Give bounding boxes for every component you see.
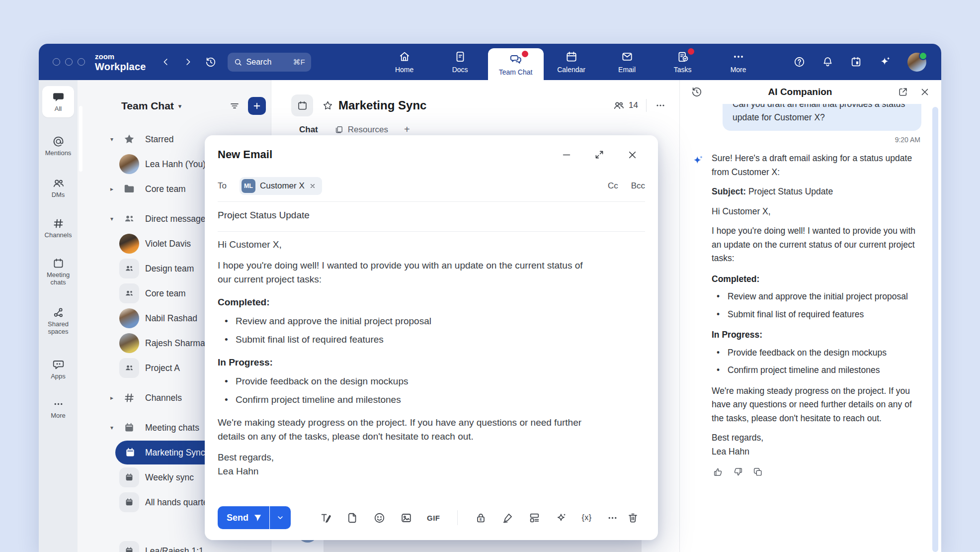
send-button[interactable]: Send: [218, 506, 269, 529]
copy-icon[interactable]: [752, 466, 763, 477]
channel-more-icon[interactable]: [654, 99, 666, 111]
traffic-light[interactable]: [65, 58, 73, 66]
caret-down-icon[interactable]: ▾: [110, 424, 119, 431]
calendar-icon: [565, 50, 578, 63]
caret-right-icon[interactable]: ▸: [110, 394, 119, 401]
emoji-icon[interactable]: [373, 512, 386, 524]
nav-docs[interactable]: Docs: [432, 44, 488, 80]
recipient-chip[interactable]: ML Customer X: [240, 177, 322, 195]
forward-icon[interactable]: [183, 57, 193, 67]
filter-icon[interactable]: [229, 100, 240, 111]
remove-recipient-icon[interactable]: [309, 183, 316, 189]
discard-trash-icon[interactable]: [627, 512, 639, 524]
chat-list-title[interactable]: Team Chat: [121, 100, 174, 112]
ai-companion-icon[interactable]: [878, 55, 892, 69]
apps-icon: [52, 359, 65, 371]
thumbs-up-icon[interactable]: [713, 466, 724, 477]
rail-item-more[interactable]: More: [42, 398, 74, 420]
rail-item-channels[interactable]: Channels: [42, 217, 74, 239]
divider: [646, 99, 647, 112]
expand-icon[interactable]: [594, 149, 605, 160]
gif-button[interactable]: GIF: [427, 514, 440, 522]
rail-item-all[interactable]: All: [42, 86, 74, 117]
caret-down-icon[interactable]: ▾: [110, 136, 119, 143]
chat-list-scrollbar[interactable]: [79, 106, 82, 172]
send-options-chevron-icon[interactable]: [270, 506, 291, 529]
page-title: Marketing Sync: [338, 98, 426, 112]
to-field[interactable]: To ML Customer X Cc Bcc: [218, 176, 645, 196]
ai-companion-panel: AI Companion Can you draft an email that…: [679, 80, 941, 552]
nav-email[interactable]: Email: [599, 44, 655, 80]
send-button-group[interactable]: Send: [218, 506, 291, 529]
ai-sparkle-icon[interactable]: [555, 512, 568, 524]
new-chat-button[interactable]: [248, 97, 266, 115]
list-item-label: Starred: [145, 134, 173, 145]
user-avatar[interactable]: [907, 53, 926, 72]
close-icon[interactable]: [627, 149, 638, 161]
attach-file-icon[interactable]: [346, 512, 359, 524]
bcc-button[interactable]: Bcc: [631, 181, 645, 191]
history-icon[interactable]: [205, 56, 217, 68]
close-icon[interactable]: [919, 87, 930, 97]
nav-home[interactable]: Home: [377, 44, 432, 80]
nav-more[interactable]: More: [711, 44, 766, 80]
chevron-down-icon[interactable]: ▾: [178, 102, 182, 110]
notifications-bell-icon[interactable]: [821, 56, 834, 68]
text-format-icon[interactable]: [320, 512, 332, 524]
rail-item-meeting-chats[interactable]: Meeting chats: [42, 257, 74, 286]
tab-resources[interactable]: Resources: [334, 125, 388, 135]
cc-button[interactable]: Cc: [608, 181, 618, 191]
list-item-label: Core team: [145, 288, 186, 299]
template-layout-icon[interactable]: [528, 512, 541, 524]
members-icon[interactable]: [613, 99, 625, 111]
encrypt-lock-icon[interactable]: E: [475, 512, 487, 524]
nav-team-chat[interactable]: Team Chat: [488, 48, 544, 80]
email-greeting: Hi Customer X,: [218, 238, 595, 252]
nav-calendar[interactable]: Calendar: [544, 44, 599, 80]
nav-more-label: More: [731, 66, 746, 74]
rail-item-dms[interactable]: DMs: [42, 177, 74, 199]
star-outline-icon[interactable]: [322, 100, 333, 111]
rail-item-mentions[interactable]: Mentions: [42, 135, 74, 157]
insert-image-icon[interactable]: [400, 512, 412, 524]
minimize-icon[interactable]: [561, 149, 572, 160]
caret-right-icon[interactable]: ▸: [110, 185, 119, 192]
subject-field[interactable]: Project Status Update: [218, 210, 310, 221]
signature-pen-icon[interactable]: [501, 512, 514, 524]
add-tab-icon[interactable]: +: [404, 124, 410, 135]
list-item-label: Channels: [145, 393, 182, 403]
traffic-light[interactable]: [53, 58, 60, 66]
back-icon[interactable]: [161, 57, 170, 67]
today-calendar-icon[interactable]: [850, 56, 862, 68]
tab-chat[interactable]: Chat: [299, 125, 318, 135]
folder-icon: [119, 179, 139, 199]
toolbar-more-icon[interactable]: [606, 512, 619, 524]
channels-hash-icon: [52, 217, 65, 230]
nav-tasks[interactable]: Tasks: [655, 44, 711, 80]
help-icon[interactable]: [793, 56, 806, 68]
ai-conversation[interactable]: Can you draft an email that provides a s…: [680, 104, 941, 552]
rail-item-apps[interactable]: Apps: [42, 359, 74, 380]
open-in-new-icon[interactable]: [898, 87, 908, 97]
ai-completed-heading: Completed:: [712, 273, 921, 286]
ai-bullet-text: Review and approve the initial project p…: [728, 290, 908, 304]
traffic-light[interactable]: [78, 58, 85, 66]
email-body-editor[interactable]: Hi Customer X, I hope you're doing well!…: [218, 238, 595, 485]
history-icon[interactable]: [691, 86, 703, 98]
list-item-label: Weekly sync: [145, 472, 194, 483]
resources-icon: [334, 125, 344, 135]
window-controls[interactable]: [53, 58, 85, 66]
list-item-label: Design team: [145, 264, 194, 274]
caret-down-icon[interactable]: ▾: [110, 215, 119, 222]
member-count[interactable]: 14: [629, 100, 638, 110]
search-input[interactable]: Search ⌘F: [228, 53, 311, 72]
rail-item-shared-spaces[interactable]: Shared spaces: [42, 306, 74, 336]
list-item-label: Lea Hanh (You): [145, 159, 206, 170]
ai-response-closing: We're making steady progress on the proj…: [712, 384, 921, 426]
meeting-chats-calendar-icon: [52, 257, 65, 270]
nav-calendar-label: Calendar: [557, 66, 585, 74]
list-item-lea-rajesh[interactable]: Lea/Rajesh 1:1: [78, 539, 271, 552]
ai-panel-scrollbar[interactable]: [932, 107, 938, 552]
variables-button[interactable]: {x}: [582, 513, 592, 522]
thumbs-down-icon[interactable]: [733, 466, 743, 477]
